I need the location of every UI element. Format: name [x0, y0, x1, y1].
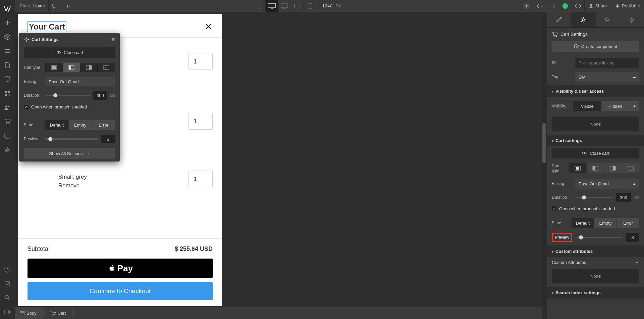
checkout-button[interactable]: Continue to Checkout [28, 282, 213, 300]
undo-icon[interactable] [533, 0, 546, 12]
crumb-cart[interactable]: Cart [43, 307, 72, 319]
cart-nav-icon[interactable] [0, 115, 15, 129]
rp-state-error[interactable]: Error [616, 218, 639, 228]
pages-icon[interactable] [0, 58, 15, 72]
status-ok-icon[interactable] [559, 0, 572, 12]
selection-outline[interactable]: Your Cart [28, 21, 66, 32]
publish-button[interactable]: Publish▾ [611, 0, 644, 12]
easing-select[interactable]: Ease Out Quad [45, 77, 115, 86]
users-icon[interactable] [0, 100, 15, 115]
crumb-body[interactable]: Body [15, 307, 43, 319]
duration-slider[interactable] [45, 95, 91, 96]
svg-point-0 [5, 77, 10, 78]
qty-input[interactable]: 1 [189, 171, 213, 187]
audit-icon[interactable] [0, 277, 15, 291]
cube-icon[interactable] [0, 30, 15, 44]
rp-close-cart-button[interactable]: Close cart [552, 148, 639, 158]
section-custom-attributes[interactable]: Custom attributes [547, 245, 644, 257]
close-cart-button[interactable]: Close cart [24, 47, 115, 58]
navigator-icon[interactable] [0, 44, 15, 58]
assets-icon[interactable] [0, 129, 15, 143]
rp-duration-input[interactable]: 300 [616, 193, 631, 202]
canvas-width[interactable]: 1240 PX [316, 4, 344, 8]
tab-settings[interactable] [571, 12, 595, 27]
cms-icon[interactable] [0, 72, 15, 86]
cart-type-slide-left[interactable] [63, 63, 80, 72]
comments-icon[interactable] [48, 0, 61, 12]
cart-icon [552, 32, 558, 37]
code-export-icon[interactable] [572, 0, 584, 12]
rp-preview-input[interactable]: 3 [626, 233, 639, 242]
svg-rect-1 [5, 91, 7, 93]
preview-slider[interactable] [45, 138, 98, 140]
rp-cart-type-modal[interactable] [569, 163, 586, 173]
redo-icon[interactable] [546, 0, 559, 12]
apple-pay-button[interactable]: Pay [28, 259, 213, 278]
settings-nav-icon[interactable] [0, 143, 15, 157]
item-variant: Small: grey [58, 173, 87, 181]
rp-open-checkbox[interactable]: ✓ [552, 207, 556, 211]
mobile-landscape-icon[interactable] [304, 0, 316, 12]
add-icon[interactable] [0, 16, 15, 30]
qty-input[interactable]: 1 [189, 113, 213, 130]
rp-state-empty[interactable]: Empty [594, 218, 617, 228]
qty-input[interactable]: 1 [189, 53, 213, 70]
remove-link[interactable]: Remove [58, 182, 79, 189]
svg-rect-12 [5, 281, 10, 286]
rp-cart-type-right[interactable] [604, 163, 622, 173]
show-all-settings-button[interactable]: Show All Settings → [24, 148, 115, 159]
popover-close-icon[interactable]: ✕ [111, 37, 115, 42]
visibility-none: None [552, 117, 639, 131]
cart-type-slide-right[interactable] [80, 63, 98, 72]
custom-attrs-none: None [552, 269, 639, 283]
duration-label: Duration [24, 93, 42, 98]
create-component-button[interactable]: Create component [552, 41, 639, 52]
canvas-scrollbar[interactable] [542, 12, 547, 307]
open-on-add-checkbox[interactable]: ✓ [24, 105, 29, 109]
preview-eye-icon[interactable] [61, 0, 74, 12]
tab-effects[interactable] [620, 12, 644, 27]
logo-icon[interactable] [0, 2, 15, 16]
state-empty[interactable]: Empty [68, 120, 92, 130]
rp-state-default[interactable]: Default [571, 218, 594, 228]
add-attr-icon[interactable]: ＋ [635, 259, 639, 265]
page-name[interactable]: Home [33, 3, 48, 8]
arrow-right-icon: → [86, 151, 90, 156]
tab-interactions[interactable] [596, 12, 620, 27]
tag-select[interactable]: Div◂▸ [575, 72, 639, 82]
rp-cart-type-left[interactable] [586, 163, 604, 173]
cart-type-label: Cart type [24, 65, 42, 70]
desktop-icon[interactable] [278, 0, 291, 12]
duration-input[interactable]: 300 [93, 91, 107, 100]
rp-cart-type-dropdown[interactable] [622, 163, 639, 173]
visibility-add[interactable]: ＋ [629, 101, 639, 111]
ecommerce-nav-icon[interactable] [0, 86, 15, 100]
rp-preview-slider[interactable] [576, 237, 622, 238]
preview-input[interactable]: 3 [101, 135, 115, 143]
open-on-add-label: Open when product is added [31, 104, 87, 109]
notif-badge[interactable]: 1 [523, 3, 530, 9]
cart-title: Your Cart [29, 22, 65, 32]
tablet-icon[interactable] [291, 0, 304, 12]
id-input[interactable]: For in-page linking [575, 58, 639, 68]
cart-type-modal[interactable] [45, 63, 63, 72]
more-vert-icon[interactable] [253, 0, 265, 12]
rp-easing-select[interactable]: Ease Out Quad◂▸ [575, 179, 639, 189]
video-icon[interactable] [0, 305, 15, 319]
help-icon[interactable]: ? [0, 263, 15, 277]
visibility-visible[interactable]: Visible [573, 101, 601, 111]
search-nav-icon[interactable] [0, 291, 15, 305]
state-error[interactable]: Error [92, 120, 115, 130]
close-cart-icon[interactable]: ✕ [204, 21, 213, 33]
tab-style[interactable] [547, 12, 571, 27]
state-default[interactable]: Default [45, 120, 68, 130]
section-cart-settings[interactable]: Cart settings [547, 135, 644, 146]
desktop-large-icon[interactable] [265, 0, 278, 12]
svg-point-35 [556, 36, 557, 37]
rp-duration-slider[interactable] [575, 197, 613, 198]
section-search-index[interactable]: Search index settings [547, 287, 644, 299]
cart-type-dropdown[interactable] [98, 63, 115, 72]
share-button[interactable]: Share [584, 0, 611, 12]
visibility-hidden[interactable]: Hidden [601, 101, 630, 111]
section-visibility[interactable]: Visibility & user access [547, 85, 644, 97]
